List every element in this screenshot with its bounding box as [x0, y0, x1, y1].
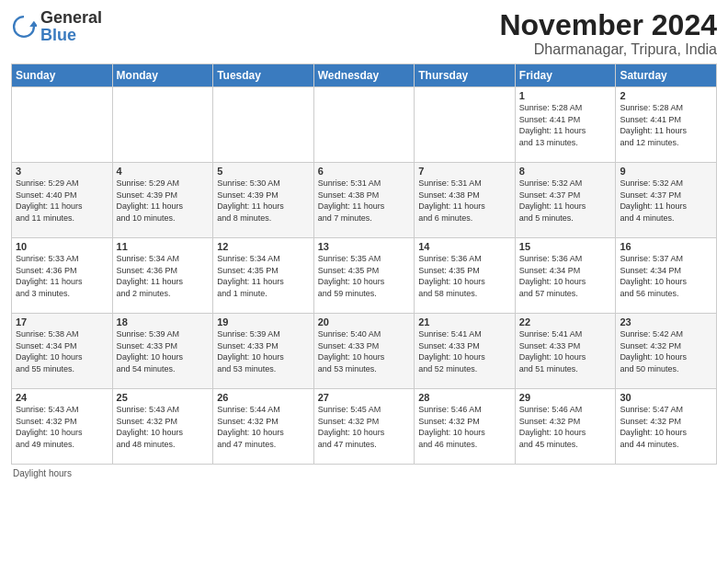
calendar-cell: [415, 87, 516, 163]
day-number: 22: [519, 316, 612, 327]
day-number: 24: [16, 392, 108, 403]
day-number: 19: [217, 316, 310, 327]
weekday-header-wednesday: Wednesday: [313, 64, 415, 87]
day-info: Sunrise: 5:31 AM Sunset: 4:38 PM Dayligh…: [318, 178, 411, 224]
calendar-cell: 3Sunrise: 5:29 AM Sunset: 4:40 PM Daylig…: [12, 163, 113, 238]
calendar-cell: 9Sunrise: 5:32 AM Sunset: 4:37 PM Daylig…: [616, 163, 717, 238]
calendar-cell: 21Sunrise: 5:41 AM Sunset: 4:33 PM Dayli…: [415, 314, 516, 389]
day-info: Sunrise: 5:34 AM Sunset: 4:35 PM Dayligh…: [217, 253, 310, 299]
day-number: 26: [217, 392, 310, 403]
calendar-cell: [213, 87, 314, 163]
day-number: 23: [620, 316, 712, 327]
day-number: 2: [620, 90, 712, 101]
weekday-header-saturday: Saturday: [616, 64, 717, 87]
day-info: Sunrise: 5:43 AM Sunset: 4:32 PM Dayligh…: [16, 404, 108, 450]
day-number: 17: [16, 316, 108, 327]
calendar-cell: 15Sunrise: 5:36 AM Sunset: 4:34 PM Dayli…: [515, 238, 616, 314]
day-info: Sunrise: 5:41 AM Sunset: 4:33 PM Dayligh…: [418, 328, 511, 374]
weekday-header-monday: Monday: [112, 64, 213, 87]
day-info: Sunrise: 5:40 AM Sunset: 4:33 PM Dayligh…: [318, 328, 411, 374]
day-info: Sunrise: 5:34 AM Sunset: 4:36 PM Dayligh…: [117, 253, 210, 299]
calendar-cell: [112, 87, 213, 163]
calendar-cell: 20Sunrise: 5:40 AM Sunset: 4:33 PM Dayli…: [313, 314, 415, 389]
day-number: 5: [217, 166, 310, 177]
calendar-cell: 26Sunrise: 5:44 AM Sunset: 4:32 PM Dayli…: [213, 389, 314, 465]
month-title: November 2024: [499, 9, 717, 41]
calendar-cell: 24Sunrise: 5:43 AM Sunset: 4:32 PM Dayli…: [12, 389, 113, 465]
calendar-cell: 10Sunrise: 5:33 AM Sunset: 4:36 PM Dayli…: [12, 238, 113, 314]
day-number: 11: [117, 241, 210, 252]
calendar-cell: [12, 87, 113, 163]
day-info: Sunrise: 5:28 AM Sunset: 4:41 PM Dayligh…: [620, 102, 712, 148]
day-info: Sunrise: 5:30 AM Sunset: 4:39 PM Dayligh…: [217, 178, 310, 224]
calendar-cell: 11Sunrise: 5:34 AM Sunset: 4:36 PM Dayli…: [112, 238, 213, 314]
calendar-cell: 17Sunrise: 5:38 AM Sunset: 4:34 PM Dayli…: [12, 314, 113, 389]
day-info: Sunrise: 5:37 AM Sunset: 4:34 PM Dayligh…: [620, 253, 712, 299]
calendar-cell: 22Sunrise: 5:41 AM Sunset: 4:33 PM Dayli…: [515, 314, 616, 389]
day-info: Sunrise: 5:36 AM Sunset: 4:34 PM Dayligh…: [519, 253, 612, 299]
day-number: 20: [318, 316, 411, 327]
day-number: 3: [16, 166, 108, 177]
day-number: 6: [318, 166, 411, 177]
day-info: Sunrise: 5:32 AM Sunset: 4:37 PM Dayligh…: [620, 178, 712, 224]
day-number: 4: [117, 166, 210, 177]
day-number: 16: [620, 241, 712, 252]
calendar-cell: 25Sunrise: 5:43 AM Sunset: 4:32 PM Dayli…: [112, 389, 213, 465]
day-info: Sunrise: 5:44 AM Sunset: 4:32 PM Dayligh…: [217, 404, 310, 450]
weekday-header-thursday: Thursday: [415, 64, 516, 87]
calendar-cell: 23Sunrise: 5:42 AM Sunset: 4:32 PM Dayli…: [616, 314, 717, 389]
day-info: Sunrise: 5:46 AM Sunset: 4:32 PM Dayligh…: [418, 404, 511, 450]
day-info: Sunrise: 5:39 AM Sunset: 4:33 PM Dayligh…: [217, 328, 310, 374]
day-number: 28: [418, 392, 511, 403]
weekday-header-sunday: Sunday: [12, 64, 113, 87]
day-info: Sunrise: 5:41 AM Sunset: 4:33 PM Dayligh…: [519, 328, 612, 374]
day-info: Sunrise: 5:28 AM Sunset: 4:41 PM Dayligh…: [519, 102, 612, 148]
calendar-cell: 7Sunrise: 5:31 AM Sunset: 4:38 PM Daylig…: [415, 163, 516, 238]
day-info: Sunrise: 5:35 AM Sunset: 4:35 PM Dayligh…: [318, 253, 411, 299]
footer-note: Daylight hours: [11, 468, 717, 478]
calendar-cell: 12Sunrise: 5:34 AM Sunset: 4:35 PM Dayli…: [213, 238, 314, 314]
day-number: 12: [217, 241, 310, 252]
calendar-cell: 13Sunrise: 5:35 AM Sunset: 4:35 PM Dayli…: [313, 238, 415, 314]
weekday-header-friday: Friday: [515, 64, 616, 87]
calendar-cell: 14Sunrise: 5:36 AM Sunset: 4:35 PM Dayli…: [415, 238, 516, 314]
calendar-cell: 16Sunrise: 5:37 AM Sunset: 4:34 PM Dayli…: [616, 238, 717, 314]
calendar-cell: 29Sunrise: 5:46 AM Sunset: 4:32 PM Dayli…: [515, 389, 616, 465]
calendar-cell: 1Sunrise: 5:28 AM Sunset: 4:41 PM Daylig…: [515, 87, 616, 163]
day-info: Sunrise: 5:46 AM Sunset: 4:32 PM Dayligh…: [519, 404, 612, 450]
calendar: SundayMondayTuesdayWednesdayThursdayFrid…: [11, 63, 717, 465]
day-number: 27: [318, 392, 411, 403]
day-info: Sunrise: 5:29 AM Sunset: 4:39 PM Dayligh…: [117, 178, 210, 224]
day-number: 10: [16, 241, 108, 252]
day-info: Sunrise: 5:43 AM Sunset: 4:32 PM Dayligh…: [117, 404, 210, 450]
day-number: 25: [117, 392, 210, 403]
day-number: 21: [418, 316, 511, 327]
calendar-cell: 5Sunrise: 5:30 AM Sunset: 4:39 PM Daylig…: [213, 163, 314, 238]
calendar-cell: [313, 87, 415, 163]
day-info: Sunrise: 5:29 AM Sunset: 4:40 PM Dayligh…: [16, 178, 108, 224]
day-number: 8: [519, 166, 612, 177]
day-number: 15: [519, 241, 612, 252]
location-title: Dharmanagar, Tripura, India: [499, 41, 717, 58]
logo: General Blue: [11, 9, 102, 44]
weekday-header-tuesday: Tuesday: [213, 64, 314, 87]
calendar-cell: 4Sunrise: 5:29 AM Sunset: 4:39 PM Daylig…: [112, 163, 213, 238]
logo-general: General: [40, 9, 102, 27]
day-info: Sunrise: 5:38 AM Sunset: 4:34 PM Dayligh…: [16, 328, 108, 374]
logo-blue: Blue: [40, 27, 102, 44]
calendar-cell: 27Sunrise: 5:45 AM Sunset: 4:32 PM Dayli…: [313, 389, 415, 465]
day-number: 13: [318, 241, 411, 252]
calendar-cell: 8Sunrise: 5:32 AM Sunset: 4:37 PM Daylig…: [515, 163, 616, 238]
day-info: Sunrise: 5:47 AM Sunset: 4:32 PM Dayligh…: [620, 404, 712, 450]
day-number: 30: [620, 392, 712, 403]
day-info: Sunrise: 5:36 AM Sunset: 4:35 PM Dayligh…: [418, 253, 511, 299]
day-info: Sunrise: 5:31 AM Sunset: 4:38 PM Dayligh…: [418, 178, 511, 224]
day-info: Sunrise: 5:33 AM Sunset: 4:36 PM Dayligh…: [16, 253, 108, 299]
day-number: 7: [418, 166, 511, 177]
svg-marker-0: [29, 21, 37, 27]
day-info: Sunrise: 5:39 AM Sunset: 4:33 PM Dayligh…: [117, 328, 210, 374]
day-number: 18: [117, 316, 210, 327]
day-info: Sunrise: 5:42 AM Sunset: 4:32 PM Dayligh…: [620, 328, 712, 374]
calendar-cell: 18Sunrise: 5:39 AM Sunset: 4:33 PM Dayli…: [112, 314, 213, 389]
calendar-cell: 2Sunrise: 5:28 AM Sunset: 4:41 PM Daylig…: [616, 87, 717, 163]
